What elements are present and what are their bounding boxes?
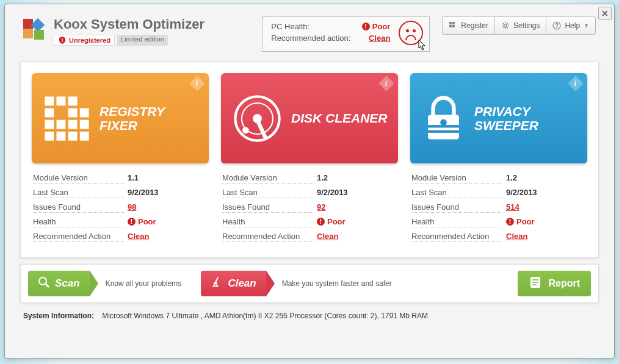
- module-version: 1.2: [317, 173, 328, 182]
- unregistered-badge[interactable]: ! Unregistered: [54, 35, 115, 46]
- issues-found[interactable]: 514: [506, 202, 519, 212]
- info-icon[interactable]: i: [378, 76, 394, 91]
- clean-button[interactable]: Clean: [201, 271, 274, 296]
- clean-link[interactable]: Clean: [369, 34, 390, 43]
- svg-line-41: [215, 277, 218, 282]
- system-info-text: Microsoft Windows 7 Ultimate , AMD Athlo…: [102, 312, 428, 320]
- recommended-action-label: Recommended action:: [271, 34, 350, 43]
- info-icon[interactable]: i: [189, 76, 205, 91]
- svg-line-12: [503, 27, 504, 29]
- svg-rect-1: [449, 22, 452, 24]
- recommended-action[interactable]: Clean: [128, 232, 149, 241]
- svg-rect-19: [45, 108, 54, 117]
- svg-rect-22: [45, 120, 54, 129]
- actions-bar: Scan Know all your problems Clean Make y…: [20, 264, 599, 303]
- recommended-action[interactable]: Clean: [506, 232, 527, 241]
- svg-rect-2: [452, 22, 455, 24]
- settings-button[interactable]: Settings: [494, 16, 546, 35]
- pc-health-label: PC Health:: [271, 22, 310, 31]
- help-icon: ?: [552, 21, 561, 30]
- card-details: Module Version1.2 Last Scan9/2/2013 Issu…: [221, 163, 398, 246]
- svg-line-40: [46, 284, 49, 287]
- privacy-sweeper-tile[interactable]: i PRIVACY SWEEPER: [410, 73, 587, 163]
- card-details: Module Version1.2 Last Scan9/2/2013 Issu…: [410, 163, 587, 246]
- toolbar: Register Settings ? Help ▼: [442, 16, 596, 35]
- footer: System Information: Microsoft Windows 7 …: [5, 303, 614, 320]
- disk-cleaner-card: i DISK CLEANER Module Version1.2 Last Sc…: [221, 73, 398, 246]
- danger-icon: !: [317, 218, 325, 226]
- svg-rect-18: [68, 96, 78, 105]
- svg-rect-3: [449, 25, 452, 27]
- chevron-down-icon: ▼: [584, 23, 589, 29]
- lock-icon: [418, 88, 469, 149]
- svg-rect-23: [57, 120, 66, 129]
- card-title: PRIVACY SWEEPER: [474, 104, 580, 132]
- svg-rect-17: [57, 96, 66, 105]
- health-status: !Poor: [128, 217, 156, 226]
- danger-icon: !: [128, 218, 136, 226]
- scan-button[interactable]: Scan: [28, 271, 98, 296]
- danger-icon: !: [506, 218, 514, 226]
- svg-rect-26: [45, 131, 54, 140]
- issues-found[interactable]: 92: [317, 202, 325, 212]
- limited-badge: Limited edition: [117, 35, 168, 46]
- svg-text:!: !: [62, 37, 63, 43]
- clean-description: Make you system faster and safer: [282, 279, 392, 288]
- health-box: PC Health: ! Poor Recommended action: Cl…: [262, 16, 430, 52]
- disk-icon: [228, 88, 286, 149]
- svg-rect-25: [80, 120, 89, 129]
- module-version: 1.1: [128, 173, 139, 182]
- svg-rect-24: [68, 120, 78, 129]
- register-button[interactable]: Register: [442, 16, 495, 35]
- last-scan: 9/2/2013: [317, 188, 348, 197]
- registry-fixer-tile[interactable]: i REGISTRY FIXER: [32, 73, 209, 163]
- module-version: 1.2: [506, 173, 517, 182]
- info-icon[interactable]: i: [568, 76, 583, 91]
- svg-rect-16: [45, 96, 54, 105]
- svg-line-11: [507, 27, 509, 29]
- header: Koox System Optimizer ! Unregistered Lim…: [5, 4, 614, 58]
- svg-rect-20: [68, 108, 78, 117]
- registry-fixer-card: i REGISTRY FIXER Module Version1.1 Last …: [32, 73, 209, 246]
- broom-icon: [211, 276, 223, 291]
- logo-icon: [23, 19, 48, 43]
- cursor-icon: [418, 39, 428, 54]
- issues-found[interactable]: 98: [128, 202, 136, 212]
- disk-cleaner-tile[interactable]: i DISK CLEANER: [221, 73, 398, 163]
- grid-icon: [449, 21, 457, 30]
- scan-description: Know all your problems: [106, 279, 182, 288]
- svg-rect-29: [80, 131, 89, 140]
- registry-icon: [39, 88, 95, 149]
- magnifier-icon: [38, 276, 50, 291]
- svg-point-5: [504, 24, 507, 27]
- svg-rect-34: [256, 120, 267, 140]
- svg-line-10: [503, 23, 504, 24]
- app-title: Koox System Optimizer: [54, 16, 205, 32]
- pc-health-value: ! Poor: [362, 22, 391, 31]
- report-button[interactable]: Report: [518, 271, 591, 296]
- svg-point-39: [39, 277, 46, 285]
- card-details: Module Version1.1 Last Scan9/2/2013 Issu…: [32, 163, 209, 246]
- svg-rect-21: [80, 108, 89, 117]
- app-window: ✕ Koox System Optimizer ! Unregistered L…: [4, 4, 615, 359]
- last-scan: 9/2/2013: [128, 188, 159, 197]
- health-status: !Poor: [506, 217, 535, 226]
- svg-line-13: [507, 23, 509, 24]
- help-button[interactable]: ? Help ▼: [546, 16, 596, 35]
- system-info-label: System Information:: [23, 312, 94, 320]
- close-button[interactable]: ✕: [598, 7, 612, 20]
- privacy-sweeper-card: i PRIVACY SWEEPER Module Version1.2 Last…: [410, 73, 587, 246]
- svg-rect-37: [428, 130, 459, 132]
- svg-rect-28: [68, 131, 78, 140]
- recommended-action[interactable]: Clean: [317, 232, 338, 241]
- shield-icon: !: [58, 36, 67, 45]
- card-title: DISK CLEANER: [291, 111, 388, 125]
- danger-icon: !: [362, 23, 370, 30]
- svg-rect-27: [57, 131, 66, 140]
- main-panel: i REGISTRY FIXER Module Version1.1 Last …: [20, 62, 599, 258]
- last-scan: 9/2/2013: [506, 188, 537, 197]
- svg-rect-4: [452, 25, 455, 27]
- svg-point-38: [440, 119, 447, 126]
- svg-point-33: [242, 127, 249, 134]
- svg-text:?: ?: [555, 23, 559, 29]
